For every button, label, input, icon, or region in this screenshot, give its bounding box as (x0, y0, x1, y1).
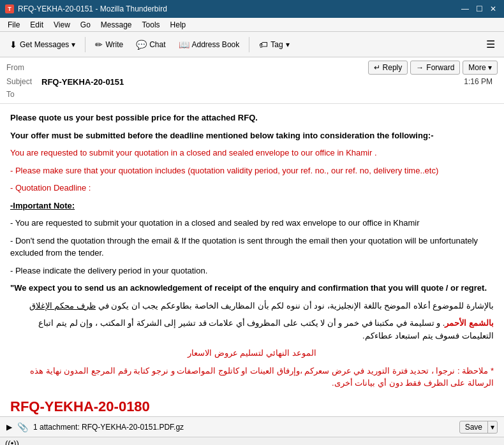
forward-label: Forward (426, 63, 454, 72)
save-button[interactable]: Save ▾ (459, 421, 498, 434)
get-messages-label: Get Messages (20, 40, 69, 49)
email-body: Please quote us your best possible price… (0, 104, 504, 416)
attachment-label: 1 attachment: RFQ-YEKHA-20-0151.PDF.gz (33, 423, 184, 432)
email-header: From ↵ Reply → Forward More ▾ Subject RF… (0, 57, 504, 104)
save-dropdown-icon[interactable]: ▾ (487, 421, 497, 433)
separator-2 (249, 37, 249, 52)
app-icon: T (5, 4, 14, 13)
wifi-icon: ((•)) (5, 439, 19, 445)
arabic-para-3: الموعد النهائي لتسليم عروض الاسعار (10, 347, 494, 360)
chat-button[interactable]: 💬 Chat (130, 36, 171, 53)
reply-label: Reply (383, 63, 403, 72)
para-1: Please quote us your best possible price… (10, 112, 494, 124)
header-actions: ↵ Reply → Forward More ▾ (368, 61, 498, 75)
para-2: Your offer must be submitted before the … (10, 129, 494, 142)
forward-icon: → (416, 63, 424, 72)
tag-label: Tag (271, 40, 283, 49)
tag-icon: 🏷 (259, 40, 268, 50)
reply-icon: ↵ (374, 63, 380, 72)
subject-label: Subject (6, 77, 41, 86)
get-messages-icon: ⬇ (10, 40, 17, 50)
reply-button[interactable]: ↵ Reply (368, 61, 408, 75)
arabic-para-2: بالشمع الأحمر. و تسليمة في مكتبنا في خمر… (10, 317, 494, 342)
menu-help[interactable]: Help (165, 19, 191, 31)
para-4: - Please make sure that your quotation i… (10, 164, 494, 177)
para-9: - Please indicate the delivery period in… (10, 265, 494, 277)
menu-go[interactable]: Go (75, 19, 96, 31)
maximize-button[interactable]: ☐ (473, 3, 485, 15)
menu-bar: File Edit View Go Message Tools Help (0, 18, 504, 32)
address-book-icon: 📖 (179, 40, 189, 50)
menu-message[interactable]: Message (96, 19, 137, 31)
from-label: From (6, 63, 41, 72)
more-label: More ▾ (468, 63, 492, 72)
subject-value: RFQ-YEKHA-20-0151 (41, 77, 267, 87)
get-messages-button[interactable]: ⬇ Get Messages ▾ (4, 36, 81, 53)
close-button[interactable]: ✕ (487, 3, 499, 15)
get-messages-dropdown-icon[interactable]: ▾ (71, 40, 75, 49)
tag-dropdown-icon[interactable]: ▾ (286, 40, 290, 49)
toolbar: ⬇ Get Messages ▾ ✏ Write 💬 Chat 📖 Addres… (0, 32, 504, 57)
forward-button[interactable]: → Forward (410, 61, 460, 75)
expand-button[interactable]: ▶ (6, 423, 12, 432)
chat-icon: 💬 (136, 40, 147, 50)
para-8: - Don't send the quotation through the e… (10, 235, 494, 259)
arabic-para-4: * ملاحظة : نرجوا ، تحديد فترة التوريد في… (10, 365, 494, 390)
email-body-wrapper: Please quote us your best possible price… (0, 104, 504, 416)
attachment-icon: 📎 (17, 422, 28, 432)
minimize-button[interactable]: — (459, 3, 471, 15)
menu-edit[interactable]: Edit (25, 19, 48, 31)
separator-1 (85, 37, 85, 52)
attachment-bar: ▶ 📎 1 attachment: RFQ-YEKHA-20-0151.PDF.… (0, 416, 504, 437)
menu-tools[interactable]: Tools (137, 19, 165, 31)
menu-view[interactable]: View (48, 19, 75, 31)
para-5: - Quotation Deadline : (10, 182, 494, 194)
rfq-number: RFQ-YEKHA-20-0180 (10, 396, 494, 417)
chat-label: Chat (149, 40, 165, 49)
para-3: You are requested to submit your quotati… (10, 147, 494, 159)
hamburger-menu[interactable]: ☰ (481, 36, 500, 53)
para-10: "We expect you to send us an acknowledge… (10, 282, 494, 295)
write-label: Write (105, 40, 123, 49)
para-7: - You are requested to submit your quota… (10, 217, 494, 230)
write-icon: ✏ (95, 40, 103, 50)
email-time: 1:16 PM (267, 77, 493, 86)
menu-file[interactable]: File (3, 19, 25, 31)
address-book-button[interactable]: 📖 Address Book (173, 36, 246, 53)
status-bar: ((•)) (0, 437, 504, 445)
window-controls[interactable]: — ☐ ✕ (459, 3, 499, 15)
write-button[interactable]: ✏ Write (89, 36, 129, 53)
para-note: -Important Note: (10, 200, 494, 212)
title-bar: T RFQ-YEKHA-20-0151 - Mozilla Thunderbir… (0, 0, 504, 18)
address-book-label: Address Book (192, 40, 240, 49)
window-title: RFQ-YEKHA-20-0151 - Mozilla Thunderbird (18, 4, 167, 13)
to-label: To (6, 90, 41, 99)
more-button[interactable]: More ▾ (463, 61, 498, 75)
tag-button[interactable]: 🏷 Tag ▾ (253, 36, 295, 53)
arabic-para-1: بالإشارة للموضوع أعلاه الموضح باللغة الإ… (10, 300, 494, 312)
save-label: Save (460, 421, 487, 433)
